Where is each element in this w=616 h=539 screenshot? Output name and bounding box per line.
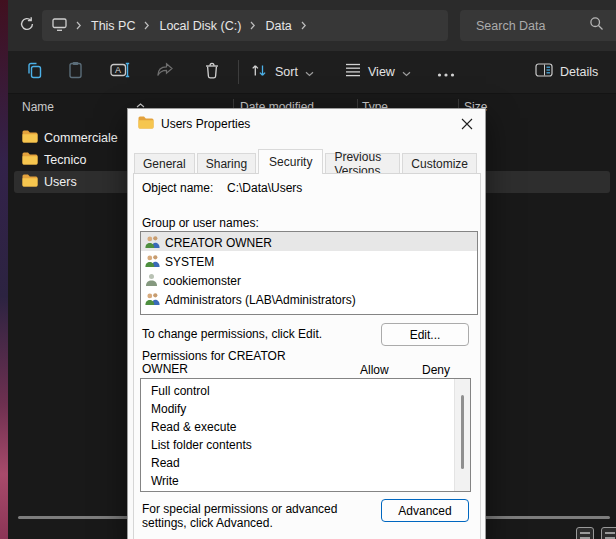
command-toolbar: A Sort View	[8, 51, 616, 94]
allow-column-label: Allow	[360, 363, 389, 377]
file-name: Commerciale	[44, 131, 118, 145]
group-name: SYSTEM	[165, 255, 214, 269]
permission-list-folder-contents[interactable]: List folder contents	[141, 436, 470, 454]
group-icon	[145, 292, 160, 308]
tab-customize[interactable]: Customize	[402, 153, 477, 174]
tab-previous-versions[interactable]: Previous Versions	[325, 153, 400, 174]
toolbar-separator	[238, 60, 239, 84]
chevron-right-icon	[301, 21, 307, 30]
file-name: Users	[44, 175, 77, 189]
group-item-cookiemonster[interactable]: cookiemonster	[141, 270, 477, 289]
sort-button[interactable]: Sort	[250, 51, 314, 93]
details-label: Details	[560, 65, 598, 79]
breadcrumb-local-disk-c[interactable]: Local Disk (C:)	[159, 19, 241, 33]
view-thumbnails-toggle-icon[interactable]	[601, 527, 616, 539]
tab-sharing[interactable]: Sharing	[197, 153, 256, 174]
this-pc-icon	[52, 17, 67, 35]
column-header-name[interactable]: Name	[22, 100, 54, 114]
copy-button[interactable]	[20, 51, 50, 93]
permission-special-permissions[interactable]: Special permissions	[141, 490, 470, 492]
navigation-bar: This PC Local Disk (C:) Data Search Data	[8, 0, 616, 51]
breadcrumb-data[interactable]: Data	[265, 19, 291, 33]
permission-modify[interactable]: Modify	[141, 400, 470, 418]
group-item-creator-owner[interactable]: CREATOR OWNER	[141, 232, 477, 251]
scrollbar-thumb[interactable]	[461, 395, 464, 469]
view-button[interactable]: View	[345, 51, 411, 93]
refresh-icon	[19, 16, 35, 36]
paste-icon	[67, 61, 84, 83]
search-input[interactable]: Search Data	[460, 10, 616, 41]
details-pane-button[interactable]: Details	[535, 51, 598, 93]
group-user-names-label: Group or user names:	[142, 216, 259, 230]
more-icon	[437, 63, 455, 81]
close-button[interactable]	[459, 117, 475, 133]
object-name-value: C:\Data\Users	[227, 181, 302, 195]
screen: { "navbar": { "breadcrumb": ["This PC", …	[0, 0, 616, 539]
chevron-right-icon	[144, 21, 150, 30]
permissions-listbox[interactable]: Full control Modify Read & execute List …	[140, 378, 471, 492]
details-pane-icon	[535, 63, 553, 81]
desktop-wallpaper-edge	[0, 0, 8, 539]
svg-text:A: A	[115, 65, 121, 75]
search-placeholder: Search Data	[476, 19, 589, 33]
share-button[interactable]	[149, 51, 181, 93]
group-name: cookiemonster	[163, 274, 241, 288]
folder-icon	[22, 173, 38, 191]
group-icon	[145, 254, 160, 270]
delete-button[interactable]	[196, 51, 228, 93]
advanced-button[interactable]: Advanced	[381, 499, 469, 522]
chevron-right-icon	[76, 21, 82, 30]
sort-label: Sort	[275, 65, 298, 79]
permission-read-execute[interactable]: Read & execute	[141, 418, 470, 436]
address-bar[interactable]: This PC Local Disk (C:) Data	[42, 10, 448, 41]
paste-button[interactable]	[60, 51, 90, 93]
properties-dialog: Users Properties General Sharing Securit…	[127, 108, 486, 539]
folder-icon	[138, 116, 154, 132]
refresh-button[interactable]	[18, 17, 36, 35]
group-user-names-listbox[interactable]: CREATOR OWNER SYSTEM cookiemonster Admin…	[140, 231, 478, 315]
vertical-scrollbar[interactable]	[454, 379, 470, 491]
chevron-down-icon	[402, 63, 411, 81]
dialog-title: Users Properties	[161, 117, 250, 131]
permission-write[interactable]: Write	[141, 472, 470, 490]
close-icon	[461, 118, 473, 133]
permission-full-control[interactable]: Full control	[141, 382, 470, 400]
edit-hint: To change permissions, click Edit.	[142, 327, 322, 341]
search-icon[interactable]	[589, 16, 604, 35]
more-options-button[interactable]	[431, 51, 461, 93]
dialog-tabstrip: General Sharing Security Previous Versio…	[134, 149, 479, 174]
group-item-system[interactable]: SYSTEM	[141, 251, 477, 270]
object-name-label: Object name:	[142, 181, 213, 195]
chevron-down-icon	[305, 63, 314, 81]
view-label: View	[368, 65, 395, 79]
view-details-toggle-icon[interactable]	[576, 527, 594, 539]
trash-icon	[204, 62, 220, 83]
group-name: CREATOR OWNER	[165, 236, 272, 250]
group-item-administrators[interactable]: Administrators (LAB\Administrators)	[141, 289, 477, 308]
group-name: Administrators (LAB\Administrators)	[165, 293, 356, 307]
edit-button[interactable]: Edit...	[381, 323, 469, 346]
advanced-button-label: Advanced	[398, 504, 451, 518]
rename-icon: A	[110, 62, 131, 82]
chevron-right-icon	[250, 21, 256, 30]
folder-icon	[22, 129, 38, 147]
tab-general[interactable]: General	[134, 153, 195, 174]
sort-icon	[250, 63, 268, 82]
breadcrumb-this-pc[interactable]: This PC	[91, 19, 135, 33]
advanced-hint: For special permissions or advanced sett…	[142, 502, 380, 530]
dialog-titlebar: Users Properties	[128, 109, 485, 139]
view-icon	[345, 63, 361, 81]
copy-icon	[26, 61, 44, 83]
group-icon	[145, 235, 160, 251]
share-icon	[156, 62, 174, 82]
user-icon	[145, 273, 158, 289]
tab-security[interactable]: Security	[258, 149, 323, 174]
file-name: Tecnico	[44, 153, 86, 167]
edit-button-label: Edit...	[410, 328, 441, 342]
rename-button[interactable]: A	[103, 51, 137, 93]
deny-column-label: Deny	[422, 363, 450, 377]
permissions-for-label: Permissions for CREATOR OWNER	[142, 350, 312, 376]
folder-icon	[22, 151, 38, 169]
security-tab-page: Object name: C:\Data\Users Group or user…	[133, 173, 481, 539]
permission-read[interactable]: Read	[141, 454, 470, 472]
